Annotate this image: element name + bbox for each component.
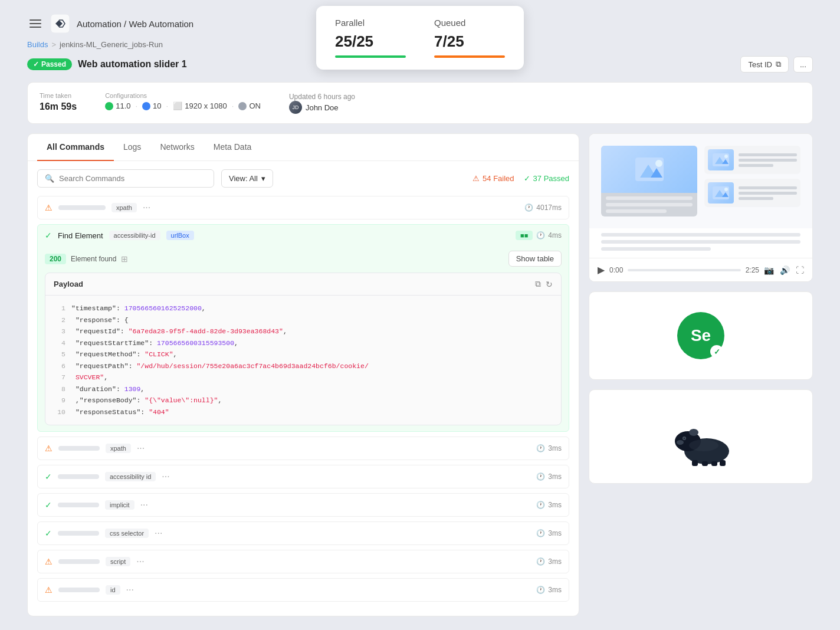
- more-icon[interactable]: ···: [140, 500, 148, 510]
- search-icon: 🔍: [45, 174, 54, 183]
- config-row: 11.0 · 10 · ⬜ 1920 x 1080 · ON: [105, 101, 261, 110]
- volume-icon[interactable]: 🔊: [780, 265, 790, 275]
- cmd-tag: id: [106, 585, 120, 595]
- fail-icon: ⚠: [45, 444, 52, 453]
- cmd-name: Find Element: [58, 231, 103, 240]
- fullscreen-icon[interactable]: ⛶: [796, 265, 804, 275]
- table-row[interactable]: ⚠ script ··· 🕐 3ms: [37, 550, 569, 573]
- menu-icon[interactable]: [27, 15, 44, 32]
- show-table-button[interactable]: Show table: [508, 251, 562, 267]
- cmd-time: 🕐 3ms: [536, 586, 562, 594]
- status-row: 200 Element found ⊞ Show table: [45, 251, 562, 267]
- screenshot-small-1[interactable]: [704, 146, 800, 174]
- svg-point-8: [724, 155, 728, 158]
- table-row[interactable]: ✓ css selector ··· 🕐 3ms: [37, 521, 569, 545]
- ellipsis-icon: ...: [800, 60, 806, 69]
- selenium-card: Se ✓: [589, 291, 813, 380]
- view-label: View: All: [229, 174, 258, 183]
- svg-point-18: [684, 438, 685, 439]
- parallel-bar: [335, 55, 406, 58]
- right-panel: ▶ 0:00 2:25 📷 🔊 ⛶ Se ✓: [589, 133, 813, 616]
- cmd-bar: [58, 559, 100, 564]
- svg-rect-21: [711, 461, 717, 466]
- more-options-button[interactable]: ...: [793, 57, 813, 73]
- tab-logs[interactable]: Logs: [114, 134, 150, 161]
- more-icon[interactable]: ···: [137, 443, 145, 454]
- check-icon: ✓: [524, 174, 530, 183]
- tab-networks[interactable]: Networks: [150, 134, 204, 161]
- test-id-button[interactable]: Test ID ⧉: [740, 56, 788, 73]
- camera-icon[interactable]: 📷: [764, 265, 774, 275]
- play-button[interactable]: ▶: [598, 264, 605, 275]
- svg-rect-19: [692, 460, 698, 466]
- queued-value: 7/25: [434, 32, 464, 51]
- screenshot-large[interactable]: [601, 146, 697, 216]
- more-icon[interactable]: ···: [162, 471, 169, 482]
- clock-icon: 🕐: [536, 472, 545, 481]
- cmd-bar: [58, 474, 99, 479]
- payload-title: Payload: [54, 280, 83, 288]
- animal-card: [589, 389, 813, 484]
- breadcrumb-builds[interactable]: Builds: [27, 40, 48, 49]
- screenshot-small-2[interactable]: [704, 179, 800, 207]
- warning-icon: ⚠: [472, 174, 480, 183]
- clock-icon: 🕐: [536, 444, 545, 452]
- cmd-time: 🕐 3ms: [536, 444, 562, 452]
- status-text: Element found: [71, 255, 116, 263]
- commands-toolbar: 🔍 View: All ▾ ⚠ 54 Failed ✓ 37 Passed: [28, 161, 579, 196]
- pass-icon: ✓: [45, 231, 52, 240]
- table-row[interactable]: ⚠ id ··· 🕐 3ms: [37, 578, 569, 602]
- build-title: Web automation slider 1: [78, 59, 187, 70]
- table-row[interactable]: ⚠ xpath ··· 🕐 3ms: [37, 437, 569, 460]
- user-row: JD John Doe: [289, 101, 355, 114]
- copy-payload-button[interactable]: ⧉: [535, 279, 541, 289]
- tabs-bar: All Commands Logs Networks Meta Data: [28, 134, 579, 161]
- info-card: Time taken 16m 59s Configurations 11.0 ·…: [27, 82, 813, 124]
- ss-thumb: [708, 182, 734, 204]
- video-bar: ▶ 0:00 2:25 📷 🔊 ⛶: [589, 258, 812, 281]
- status-code: 200: [45, 254, 66, 264]
- logo-icon: [51, 14, 70, 33]
- more-icon[interactable]: ···: [136, 556, 144, 567]
- svg-point-4: [655, 160, 662, 167]
- clock-icon: 🕐: [536, 529, 545, 537]
- search-box: 🔍: [37, 169, 214, 188]
- time-taken-group: Time taken 16m 59s: [40, 92, 77, 112]
- table-row[interactable]: ✓ Find Element accessibility-id urlBox ■…: [37, 224, 569, 432]
- view-filter-button[interactable]: View: All ▾: [221, 169, 273, 188]
- failed-stat: ⚠ 54 Failed: [472, 174, 514, 183]
- screenshot-image: [601, 146, 697, 193]
- video-controls: 📷 🔊 ⛶: [764, 265, 804, 275]
- tab-meta-data[interactable]: Meta Data: [204, 134, 261, 161]
- monitor-icon: ⬜: [173, 101, 182, 110]
- screenshots-small: [704, 146, 800, 216]
- browser-icon: [105, 102, 113, 110]
- pass-icon: ✓: [45, 500, 52, 510]
- more-icon[interactable]: ···: [126, 585, 134, 595]
- selenium-logo: Se ✓: [677, 312, 724, 359]
- more-icon[interactable]: ···: [143, 202, 150, 213]
- updated-label: Updated 6 hours ago: [289, 93, 355, 101]
- payload-box: Payload ⧉ ↻ 1"timestamp": 17056656016252…: [45, 273, 562, 425]
- check-icon: ✓: [33, 60, 39, 68]
- cmd-time: 🕐 4017ms: [524, 204, 562, 212]
- user-name: John Doe: [306, 103, 339, 112]
- user-avatar: JD: [289, 101, 302, 114]
- network-icon: [238, 102, 247, 110]
- cmd-tag: implicit: [105, 500, 134, 510]
- tab-all-commands[interactable]: All Commands: [37, 134, 114, 161]
- fail-icon: ⚠: [45, 585, 52, 595]
- clock-icon: 🕐: [536, 557, 545, 566]
- more-icon[interactable]: ···: [155, 528, 162, 539]
- cmd-tag-2: urlBox: [166, 231, 194, 240]
- app-title: Automation / Web Automation: [77, 19, 193, 29]
- search-input[interactable]: [59, 174, 206, 183]
- refresh-payload-button[interactable]: ↻: [546, 279, 553, 289]
- table-row[interactable]: ⚠ xpath ··· 🕐 4017ms: [37, 196, 569, 219]
- video-progress-bar[interactable]: [628, 269, 740, 271]
- payload-code: 1"timestamp": 1705665601625252000, 2 "re…: [45, 296, 561, 425]
- screenshot-area: [589, 134, 812, 228]
- table-row[interactable]: ✓ implicit ··· 🕐 3ms: [37, 493, 569, 517]
- expanded-content: 200 Element found ⊞ Show table Payload ⧉…: [45, 246, 562, 425]
- table-row[interactable]: ✓ accessibility id ··· 🕐 3ms: [37, 465, 569, 488]
